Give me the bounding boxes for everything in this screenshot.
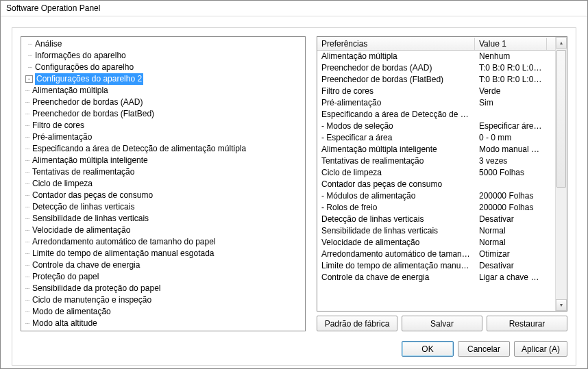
tree-view[interactable]: ┈Análise┈Informações do aparelho┈Configu… <box>21 36 306 331</box>
column-header-preferencias[interactable]: Preferências <box>317 38 475 50</box>
scroll-up-arrow-icon[interactable]: ▴ <box>556 37 567 49</box>
list-cell-value: Normal <box>475 237 547 249</box>
list-cell-pref: Velocidade de alimentação <box>317 237 475 249</box>
tree-connector-icon: ┈ <box>25 143 31 155</box>
list-row[interactable]: Limite do tempo de alimentação manual ..… <box>317 260 555 272</box>
ok-button[interactable]: OK <box>402 341 454 357</box>
tree-item[interactable]: ┈Proteção do papel <box>24 271 305 283</box>
tree-item[interactable]: ┈Preenchedor de bordas (AAD) <box>24 97 305 108</box>
list-cell-value: T:0 B:0 R:0 L:0 mm <box>475 74 547 86</box>
preferences-list[interactable]: Preferências Value 1 Alimentação múltipl… <box>317 36 567 311</box>
tree-item[interactable]: ┈Análise <box>24 38 305 50</box>
list-row[interactable]: Alimentação múltiplaNenhum <box>317 51 555 62</box>
tree-item-label: Modo alta altitude <box>31 318 99 329</box>
list-row[interactable]: - Rolos de freio200000 Folhas <box>317 202 555 214</box>
tree-item-label: Filtro de cores <box>31 120 86 131</box>
tree-item[interactable]: ┈Limite do tempo de alimentação manual e… <box>24 248 305 259</box>
tree-connector-icon: ┈ <box>25 294 31 306</box>
tree-item[interactable]: ┈Arredondamento automático de tamanho do… <box>24 236 305 248</box>
tree-item[interactable]: ┈Tentativas de realimentação <box>24 166 305 178</box>
list-row[interactable]: Velocidade de alimentaçãoNormal <box>317 237 555 249</box>
list-row[interactable]: - Especificar a área0 - 0 mm <box>317 132 555 144</box>
tree-connector-icon: ┈ <box>25 38 34 50</box>
list-cell-pref: Alimentação múltipla <box>317 51 475 62</box>
tree-item[interactable]: ┈Alimentação múltipla <box>24 85 305 97</box>
list-row[interactable]: Alimentação múltipla inteligenteModo man… <box>317 144 555 155</box>
tree-item[interactable]: ┈Modo alta altitude <box>24 318 305 329</box>
tree-item[interactable]: ┈Controle da chave de energia <box>24 259 305 271</box>
tree-item[interactable]: -Configurações do aparelho 2 <box>24 73 305 85</box>
tree-item[interactable]: ┈Detecção de linhas verticais <box>24 201 305 213</box>
tree-item-label: Configurações do aparelho 2 <box>35 73 143 85</box>
list-cell-pref: Detecção de linhas verticais <box>317 214 475 225</box>
list-row[interactable]: Sensibilidade de linhas verticaisNormal <box>317 225 555 237</box>
list-cell-pref: Tentativas de realimentação <box>317 155 475 167</box>
list-cell-value: Verde <box>475 86 547 97</box>
list-row[interactable]: Tentativas de realimentação3 vezes <box>317 155 555 167</box>
factory-default-button[interactable]: Padrão de fábrica <box>317 316 397 331</box>
tree-item[interactable]: ┈Ciclo de limpeza <box>24 178 305 190</box>
tree-connector-icon: ┈ <box>25 318 31 329</box>
tree-item[interactable]: ┈Especificando a área de Detecção de ali… <box>24 143 305 155</box>
list-row[interactable]: Controle da chave de energiaLigar a chav… <box>317 272 555 283</box>
list-row[interactable]: Preenchedor de bordas (AAD)T:0 B:0 R:0 L… <box>317 62 555 74</box>
tree-item[interactable]: ┈Preenchedor de bordas (FlatBed) <box>24 108 305 120</box>
tree-item-label: Ciclo de limpeza <box>31 178 94 190</box>
tree-item[interactable]: ┈Velocidade de alimentação <box>24 225 305 236</box>
list-row[interactable]: Arredondamento automático de tamanh...Ot… <box>317 249 555 260</box>
tree-item[interactable]: ┈Informações do aparelho <box>24 50 305 62</box>
list-row[interactable]: Contador das peças de consumo <box>317 179 555 190</box>
tree-item[interactable]: ┈Sensibilidade de linhas verticais <box>24 213 305 225</box>
list-cell-value: 5000 Folhas <box>475 167 547 179</box>
list-header[interactable]: Preferências Value 1 <box>317 37 555 51</box>
scroll-down-arrow-icon[interactable]: ▾ <box>556 299 567 311</box>
tree-connector-icon: ┈ <box>25 283 31 294</box>
list-cell-value: T:0 B:0 R:0 L:0 mm <box>475 62 547 74</box>
list-cell-value: Modo manual Não rel... <box>475 144 547 155</box>
tree-item[interactable]: ┈Configurações do aparelho <box>24 62 305 73</box>
list-cell-pref: - Modos de seleção <box>317 120 475 132</box>
list-cell-pref: Filtro de cores <box>317 86 475 97</box>
tree-item[interactable]: ┈Filtro de cores <box>24 120 305 131</box>
tree-item-label: Controle da chave de energia <box>31 259 141 271</box>
collapse-icon[interactable]: - <box>25 75 33 83</box>
tree-item[interactable]: ┈Modo de alimentação <box>24 306 305 318</box>
tree-item[interactable]: ┈Contador das peças de consumo <box>24 190 305 201</box>
vertical-scrollbar[interactable]: ▴ ▾ <box>555 37 567 311</box>
tree-item[interactable]: ┈Sensibilidade da proteção do papel <box>24 283 305 294</box>
tree-connector-icon: ┈ <box>25 50 34 62</box>
scroll-thumb[interactable] <box>556 50 566 188</box>
list-cell-value <box>475 179 547 190</box>
tree-connector-icon: ┈ <box>25 166 31 178</box>
list-row[interactable]: Ciclo de limpeza5000 Folhas <box>317 167 555 179</box>
restore-button[interactable]: Restaurar <box>487 316 567 331</box>
tree-item-label: Velocidade de alimentação <box>31 225 132 236</box>
list-row[interactable]: Preenchedor de bordas (FlatBed)T:0 B:0 R… <box>317 74 555 86</box>
tree-connector-icon: ┈ <box>25 306 31 318</box>
tree-item[interactable]: ┈Pré-alimentação <box>24 131 305 143</box>
list-cell-value: Otimizar <box>475 249 547 260</box>
tree-connector-icon: ┈ <box>25 271 31 283</box>
scroll-track[interactable] <box>556 49 567 299</box>
tree-connector-icon: ┈ <box>25 213 31 225</box>
tree-item-label: Sensibilidade de linhas verticais <box>31 213 150 225</box>
list-cell-pref: Pré-alimentação <box>317 97 475 109</box>
cancel-button[interactable]: Cancelar <box>458 341 510 357</box>
list-row[interactable]: Filtro de coresVerde <box>317 86 555 97</box>
column-header-value1[interactable]: Value 1 <box>475 38 547 50</box>
list-cell-pref: Preenchedor de bordas (AAD) <box>317 62 475 74</box>
list-row[interactable]: Pré-alimentaçãoSim <box>317 97 555 109</box>
list-row[interactable]: - Modos de seleçãoEspecificar área de e.… <box>317 120 555 132</box>
list-row[interactable]: - Módulos de alimentação200000 Folhas <box>317 190 555 202</box>
right-pane: Preferências Value 1 Alimentação múltipl… <box>317 36 567 331</box>
tree-item-label: Informações do aparelho <box>34 50 127 62</box>
tree-item[interactable]: ┈Alimentação múltipla inteligente <box>24 155 305 166</box>
save-button[interactable]: Salvar <box>402 316 482 331</box>
tree-item-label: Preenchedor de bordas (AAD) <box>31 97 144 108</box>
apply-button[interactable]: Aplicar (A) <box>514 341 567 357</box>
list-row[interactable]: Especificando a área de Detecção de a... <box>317 109 555 120</box>
tree-connector-icon: ┈ <box>25 85 31 97</box>
list-row[interactable]: Detecção de linhas verticaisDesativar <box>317 214 555 225</box>
list-cell-value <box>475 109 547 120</box>
tree-item[interactable]: ┈Ciclo de manutenção e inspeção <box>24 294 305 306</box>
